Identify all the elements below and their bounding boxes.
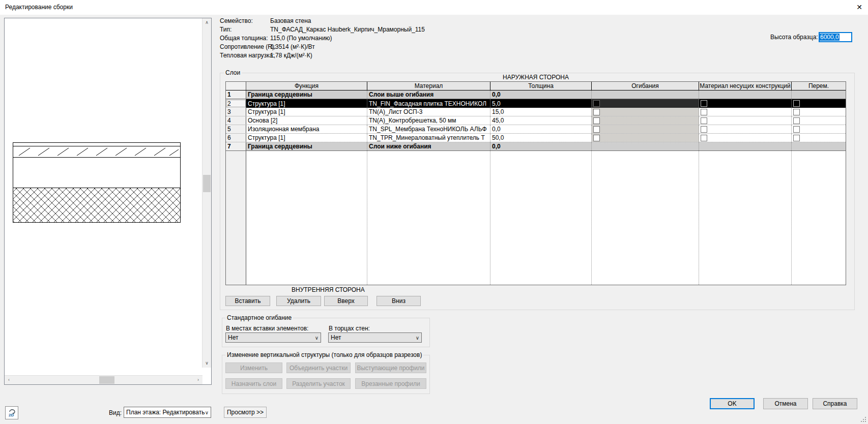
thickness-cell[interactable]: 15,0	[490, 108, 592, 116]
structural-checkbox[interactable]	[701, 109, 707, 115]
structural-cell	[699, 134, 792, 142]
thickness-cell[interactable]: 45,0	[490, 116, 592, 125]
material-cell[interactable]: TN(A)_Лист ОСП-3	[367, 108, 490, 116]
material-cell[interactable]: TN_FIN_Фасадная плитка ТЕХНОНИКОЛ	[367, 99, 490, 108]
preview-expand-button[interactable]: Просмотр >>	[224, 407, 267, 418]
function-cell[interactable]: Граница сердцевины	[246, 142, 367, 150]
thermal-value: 1,78 кДж/(м²·К)	[270, 52, 312, 59]
structural-cell	[699, 99, 792, 108]
view-label: Вид:	[109, 409, 122, 416]
variable-cell	[792, 90, 846, 99]
wrapping-ends-label: В торцах стен:	[329, 325, 370, 332]
table-row[interactable]: 4 Основа [2] TN(A)_Контробрешетка, 50 мм…	[226, 116, 846, 125]
cancel-button[interactable]: Отмена	[763, 398, 808, 409]
variable-checkbox[interactable]	[793, 126, 800, 133]
table-row[interactable]: 1 Граница сердцевины Слои выше огибания …	[226, 90, 846, 99]
svg-text:2D: 2D	[9, 413, 14, 417]
row-number[interactable]: 4	[226, 116, 246, 125]
wraps-checkbox[interactable]	[593, 126, 600, 133]
wraps-cell	[592, 142, 699, 150]
function-cell[interactable]: Граница сердцевины	[246, 90, 367, 99]
delete-button[interactable]: Удалить	[276, 296, 321, 306]
vertical-group-label: Изменение вертикальной структуры (только…	[225, 351, 423, 358]
horizontal-scroll-thumb[interactable]	[99, 376, 114, 384]
chevron-down-icon: ∨	[205, 410, 209, 415]
table-row[interactable]: 3 Структура [1] TN(A)_Лист ОСП-3 15,0	[226, 108, 846, 116]
wrapping-ends-select[interactable]: Нет ∨	[328, 332, 422, 343]
help-button[interactable]: Справка	[813, 398, 857, 409]
preview-horizontal-scrollbar[interactable]: ‹ ›	[5, 375, 202, 384]
wraps-checkbox[interactable]	[593, 109, 600, 115]
structural-checkbox[interactable]	[701, 100, 707, 107]
table-row-selected[interactable]: 2 Структура [1] TN_FIN_Фасадная плитка Т…	[226, 99, 846, 108]
thickness-cell[interactable]: 0,0	[490, 142, 592, 150]
variable-checkbox[interactable]	[793, 109, 800, 115]
structural-cell	[699, 90, 792, 99]
wraps-cell	[592, 99, 699, 108]
thickness-cell[interactable]: 5,0	[490, 99, 592, 108]
variable-checkbox[interactable]	[793, 135, 800, 141]
material-cell[interactable]: TN(A)_Контробрешетка, 50 мм	[367, 116, 490, 125]
structural-cell	[699, 116, 792, 125]
row-number[interactable]: 2	[226, 99, 246, 108]
row-number[interactable]: 5	[226, 125, 246, 133]
variable-cell	[792, 116, 846, 125]
scroll-left-icon[interactable]: ‹	[5, 376, 13, 384]
row-number[interactable]: 3	[226, 108, 246, 116]
structural-checkbox[interactable]	[701, 135, 707, 141]
thickness-cell[interactable]: 50,0	[490, 134, 592, 142]
material-cell[interactable]: TN_TPR_Минераловатный утеплитель Т	[367, 134, 490, 142]
material-cell[interactable]: Слои выше огибания	[367, 90, 490, 99]
material-cell[interactable]: TN_SPL_Мембрана ТехноНИКОЛЬ АЛЬФ	[367, 125, 490, 133]
empty-cell	[792, 151, 846, 285]
wrapping-inserts-select[interactable]: Нет ∨	[225, 332, 321, 343]
variable-cell	[792, 99, 846, 108]
family-value: Базовая стена	[270, 17, 311, 24]
insert-button[interactable]: Вставить	[225, 296, 270, 306]
function-cell[interactable]: Структура [1]	[246, 134, 367, 142]
ok-button[interactable]: OK	[710, 398, 755, 409]
scroll-down-icon[interactable]: ∨	[202, 359, 211, 368]
wraps-checkbox[interactable]	[593, 100, 600, 107]
resize-grip[interactable]	[860, 416, 866, 422]
wraps-checkbox[interactable]	[593, 117, 600, 124]
vertical-scroll-thumb[interactable]	[203, 175, 211, 192]
structural-checkbox[interactable]	[701, 126, 707, 133]
sample-height-input[interactable]: 6000,0	[819, 32, 852, 42]
structural-checkbox[interactable]	[701, 117, 707, 124]
empty-cell	[592, 151, 699, 285]
family-label: Семейство:	[220, 17, 253, 24]
wraps-checkbox[interactable]	[593, 135, 600, 141]
split-region-button: Разделить участок	[286, 378, 351, 389]
thickness-cell[interactable]: 0,0	[490, 125, 592, 133]
preview-vertical-scrollbar[interactable]: ∧ ∨	[202, 18, 211, 368]
function-cell[interactable]: Структура [1]	[246, 99, 367, 108]
material-cell[interactable]: Слои ниже огибания	[367, 142, 490, 150]
up-button[interactable]: Вверх	[324, 296, 368, 306]
function-cell[interactable]: Структура [1]	[246, 108, 367, 116]
variable-checkbox[interactable]	[793, 100, 800, 107]
wrapping-group-label: Стандартное огибание	[225, 314, 293, 321]
variable-cell	[792, 142, 846, 150]
close-icon[interactable]: ✕	[856, 3, 862, 12]
variable-checkbox[interactable]	[793, 117, 800, 124]
row-number[interactable]: 6	[226, 134, 246, 142]
function-cell[interactable]: Изоляционная мембрана	[246, 125, 367, 133]
wraps-cell	[592, 108, 699, 116]
sample-height-value: 6000,0	[820, 34, 840, 41]
preview-2d-button[interactable]: 2D	[5, 406, 18, 419]
view-select[interactable]: План этажа: Редактировать ∨	[124, 407, 211, 418]
function-cell[interactable]: Основа [2]	[246, 116, 367, 125]
thickness-cell[interactable]: 0,0	[490, 90, 592, 99]
row-number[interactable]: 1	[226, 90, 246, 99]
scroll-up-icon[interactable]: ∧	[202, 18, 211, 27]
wrapping-ends-value: Нет	[331, 334, 341, 341]
table-row[interactable]: 5 Изоляционная мембрана TN_SPL_Мембрана …	[226, 125, 846, 134]
empty-cell	[490, 151, 592, 285]
row-number[interactable]: 7	[226, 142, 246, 150]
table-row[interactable]: 7 Граница сердцевины Слои ниже огибания …	[226, 142, 846, 151]
table-row[interactable]: 6 Структура [1] TN_TPR_Минераловатный ут…	[226, 134, 846, 142]
scroll-right-icon[interactable]: ›	[194, 376, 202, 384]
layers-table: Функция Материал Толщина Огибания Матери…	[225, 81, 846, 285]
down-button[interactable]: Вниз	[377, 296, 421, 306]
